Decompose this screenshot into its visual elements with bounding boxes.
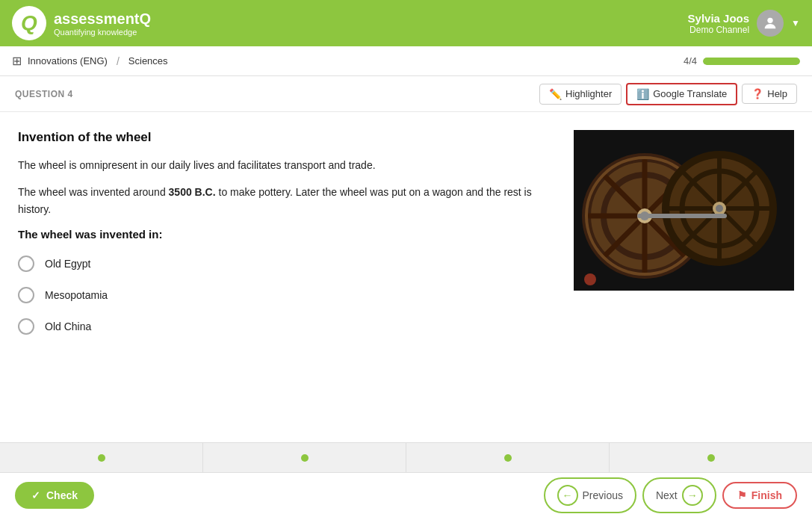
svg-point-18: [716, 205, 723, 212]
dot-3: [406, 443, 610, 472]
progress-label: 4/4: [684, 55, 697, 66]
question-toolbar: QUESTION 4 ✏️ Highlighter ℹ️ Google Tran…: [0, 76, 812, 112]
nav-right: ← Previous Next → ⚑ Finish: [544, 477, 798, 513]
help-label: Help: [767, 88, 787, 99]
logo-text: assessmentQ Quantifying knowledge: [54, 10, 151, 37]
dot-2: [203, 443, 406, 472]
question-label: QUESTION 4: [15, 89, 73, 99]
google-translate-button[interactable]: ℹ️ Google Translate: [626, 83, 737, 105]
user-dropdown-arrow[interactable]: ▼: [791, 18, 800, 28]
wheel-image: [574, 130, 794, 291]
user-name: Sylvia Joos: [688, 12, 750, 25]
progress-area: 4/4: [684, 55, 800, 66]
avatar: [757, 10, 784, 37]
app-name: assessmentQ: [54, 10, 151, 28]
help-icon: ❓: [751, 88, 763, 99]
svg-point-20: [584, 273, 596, 285]
paragraph-1: The wheel is omnipresent in our daily li…: [18, 157, 559, 173]
breadcrumb-separator: /: [117, 55, 120, 67]
user-info: Sylvia Joos Demo Channel: [688, 12, 750, 35]
check-icon: ✓: [31, 489, 40, 501]
finish-button[interactable]: ⚑ Finish: [722, 482, 797, 509]
option-label-old-china: Old China: [45, 321, 91, 332]
question-text: The wheel was invented in:: [18, 228, 559, 241]
info-icon: ℹ️: [636, 88, 649, 100]
breadcrumb-section: Sciences: [128, 55, 168, 66]
option-old-egypt[interactable]: Old Egypt: [18, 256, 559, 272]
previous-button[interactable]: ← Previous: [544, 477, 636, 513]
check-button[interactable]: ✓ Check: [15, 482, 94, 509]
options-list: Old Egypt Mesopotamia Old China: [18, 256, 559, 335]
paragraph-2: The wheel was invented around 3500 B.C. …: [18, 184, 559, 217]
dot-1: [0, 443, 203, 472]
previous-label: Previous: [583, 489, 623, 501]
logo-area: Q assessmentQ Quantifying knowledge: [12, 6, 151, 40]
breadcrumb-course[interactable]: Innovations (ENG): [28, 55, 108, 66]
progress-bar-background: [703, 58, 800, 65]
dot-4: [610, 443, 812, 472]
toolbar-tools: ✏️ Highlighter ℹ️ Google Translate ❓ Hel…: [539, 83, 797, 105]
main-content: Invention of the wheel The wheel is omni…: [0, 112, 812, 442]
passage-title: Invention of the wheel: [18, 130, 559, 145]
breadcrumb-bar: ⊞ Innovations (ENG) / Sciences 4/4: [0, 46, 812, 76]
next-button[interactable]: Next →: [642, 477, 716, 513]
finish-flag-icon: ⚑: [737, 489, 747, 501]
option-old-china[interactable]: Old China: [18, 318, 559, 335]
app-header: Q assessmentQ Quantifying knowledge Sylv…: [0, 0, 812, 46]
prev-arrow-icon: ←: [557, 485, 578, 506]
svg-point-0: [767, 18, 772, 23]
progress-bar-fill: [703, 58, 800, 65]
breadcrumb-left: ⊞ Innovations (ENG) / Sciences: [12, 54, 168, 68]
check-label: Check: [46, 489, 78, 501]
radio-old-egypt[interactable]: [18, 256, 34, 272]
logo-icon: Q: [12, 6, 46, 40]
finish-label: Finish: [751, 489, 782, 501]
radio-old-china[interactable]: [18, 318, 34, 335]
option-label-old-egypt: Old Egypt: [45, 258, 90, 270]
user-area: Sylvia Joos Demo Channel ▼: [688, 10, 800, 37]
back-icon[interactable]: ⊞: [12, 54, 22, 68]
google-translate-label: Google Translate: [653, 88, 727, 99]
app-tagline: Quantifying knowledge: [54, 28, 151, 37]
option-mesopotamia[interactable]: Mesopotamia: [18, 287, 559, 303]
option-label-mesopotamia: Mesopotamia: [45, 289, 108, 301]
user-channel: Demo Channel: [688, 25, 750, 35]
next-label: Next: [656, 489, 678, 501]
paragraph-2-pre: The wheel was invented around: [18, 186, 169, 198]
image-area: [574, 130, 794, 430]
highlighter-label: Highlighter: [565, 88, 612, 99]
svg-rect-19: [637, 214, 727, 218]
paragraph-2-bold: 3500 B.C.: [169, 186, 216, 198]
dot-1-inner: [98, 454, 105, 462]
highlighter-button[interactable]: ✏️ Highlighter: [539, 84, 622, 105]
progress-dots-bar: [0, 442, 812, 472]
question-area: Invention of the wheel The wheel is omni…: [18, 130, 559, 430]
help-button[interactable]: ❓ Help: [742, 84, 797, 104]
highlighter-icon: ✏️: [549, 88, 562, 100]
bottom-nav: ✓ Check ← Previous Next → ⚑ Finish: [0, 472, 812, 517]
dot-2-inner: [301, 454, 309, 462]
radio-mesopotamia[interactable]: [18, 287, 34, 303]
dot-3-inner: [504, 454, 512, 462]
dot-4-inner: [707, 454, 715, 462]
next-arrow-icon: →: [682, 485, 703, 506]
